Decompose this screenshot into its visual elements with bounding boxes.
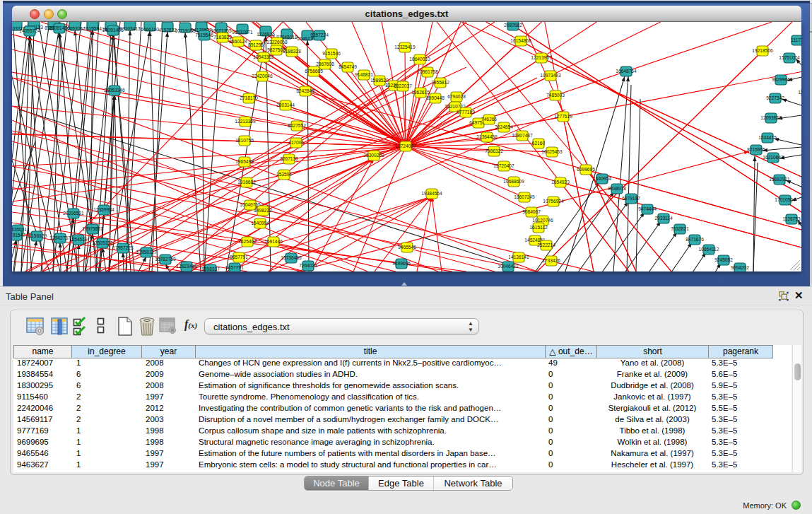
svg-text:9777169: 9777169 — [457, 110, 475, 115]
svg-text:7515546: 7515546 — [195, 33, 213, 37]
svg-text:9084067: 9084067 — [522, 209, 541, 214]
svg-text:10654112: 10654112 — [699, 247, 719, 252]
svg-text:9245052: 9245052 — [714, 257, 733, 262]
svg-text:62160: 62160 — [532, 141, 546, 146]
svg-text:10807487: 10807487 — [512, 133, 533, 138]
svg-text:1640954: 1640954 — [593, 176, 611, 181]
svg-text:10025453: 10025453 — [541, 149, 563, 154]
svg-text:25300203: 25300203 — [363, 153, 384, 158]
svg-text:12213957: 12213957 — [531, 55, 552, 60]
svg-text:13226058: 13226058 — [266, 40, 288, 45]
svg-text:7485003: 7485003 — [546, 93, 565, 98]
svg-text:21364436: 21364436 — [476, 134, 498, 139]
svg-text:20091406: 20091406 — [102, 28, 124, 33]
svg-text:1691446: 1691446 — [264, 239, 283, 244]
svg-text:2867608: 2867608 — [316, 62, 334, 66]
svg-text:8454749: 8454749 — [339, 64, 357, 69]
svg-text:10958127: 10958127 — [136, 250, 157, 255]
svg-text:891295: 891295 — [248, 42, 264, 47]
svg-text:15720407: 15720407 — [493, 163, 514, 168]
svg-text:2718170: 2718170 — [240, 95, 258, 100]
svg-text:7632821: 7632821 — [671, 226, 689, 231]
svg-text:1126753: 1126753 — [782, 216, 801, 221]
svg-text:19384554: 19384554 — [421, 191, 442, 196]
svg-text:9699695: 9699695 — [392, 261, 411, 266]
svg-text:6756685: 6756685 — [305, 69, 323, 74]
svg-text:14136141: 14136141 — [508, 255, 529, 259]
svg-text:9857791: 9857791 — [230, 255, 248, 259]
svg-text:15736485: 15736485 — [281, 255, 302, 260]
svg-text:5322037: 5322037 — [394, 83, 412, 88]
svg-text:3267130: 3267130 — [280, 156, 298, 161]
svg-text:12093827: 12093827 — [760, 115, 782, 120]
svg-text:1733426: 1733426 — [542, 258, 560, 263]
svg-text:2087682: 2087682 — [504, 23, 522, 28]
svg-text:19218506: 19218506 — [752, 48, 773, 53]
svg-text:8427552: 8427552 — [288, 123, 306, 128]
svg-text:20053346: 20053346 — [104, 88, 125, 93]
svg-text:9457791: 9457791 — [225, 265, 244, 270]
svg-text:2803144: 2803144 — [276, 103, 295, 107]
svg-text:12359934: 12359934 — [93, 207, 114, 212]
svg-text:12923446: 12923446 — [176, 264, 197, 269]
svg-text:3498222: 3498222 — [254, 208, 272, 213]
svg-text:1277619: 1277619 — [554, 114, 572, 119]
svg-text:3624554: 3624554 — [495, 124, 513, 129]
svg-text:18724007: 18724007 — [395, 144, 416, 148]
svg-text:1916682: 1916682 — [237, 180, 256, 185]
svg-text:8471676: 8471676 — [686, 237, 704, 242]
svg-text:9329966: 9329966 — [772, 77, 790, 82]
svg-text:9474444: 9474444 — [638, 206, 657, 211]
svg-text:1540994: 1540994 — [251, 221, 269, 226]
svg-text:20091406: 20091406 — [49, 25, 70, 30]
svg-text:11156829: 11156829 — [27, 233, 47, 238]
svg-text:1154519: 1154519 — [69, 237, 88, 242]
svg-text:16648764: 16648764 — [616, 69, 637, 74]
svg-text:5242848: 5242848 — [296, 88, 314, 93]
svg-text:96532871: 96532871 — [232, 30, 253, 35]
svg-text:2391547: 2391547 — [12, 233, 25, 238]
svg-text:18640910: 18640910 — [409, 57, 430, 62]
svg-text:17010504: 17010504 — [775, 197, 796, 202]
svg-text:12213369: 12213369 — [235, 119, 256, 124]
svg-text:16782759: 16782759 — [155, 257, 176, 262]
svg-text:10543362: 10543362 — [253, 54, 274, 59]
svg-text:15751074: 15751074 — [779, 55, 800, 60]
svg-text:20206531: 20206531 — [63, 211, 84, 216]
svg-text:10975857: 10975857 — [82, 226, 103, 231]
svg-text:9357224: 9357224 — [310, 33, 329, 37]
svg-text:9465546: 9465546 — [398, 245, 416, 250]
svg-text:417004: 417004 — [288, 140, 304, 145]
svg-text:9227342: 9227342 — [766, 95, 784, 100]
svg-text:12942737: 12942737 — [49, 235, 71, 240]
svg-text:4192832: 4192832 — [158, 28, 177, 33]
svg-text:1810755: 1810755 — [235, 138, 254, 143]
svg-text:7625402: 7625402 — [238, 239, 257, 244]
svg-text:16210643: 16210643 — [763, 155, 784, 160]
svg-text:18607249: 18607249 — [514, 194, 535, 199]
svg-text:10046422: 10046422 — [498, 264, 519, 269]
svg-text:1615112: 1615112 — [529, 225, 548, 230]
svg-text:12505135: 12505135 — [92, 240, 113, 245]
svg-text:16154808: 16154808 — [510, 38, 531, 43]
svg-text:8990448: 8990448 — [426, 95, 445, 100]
svg-text:8186328: 8186328 — [283, 49, 301, 54]
svg-text:7955812: 7955812 — [431, 80, 449, 85]
svg-text:7264023: 7264023 — [299, 263, 317, 268]
svg-text:1588520: 1588520 — [370, 78, 389, 83]
svg-text:7986322: 7986322 — [485, 148, 503, 153]
svg-text:1362615: 1362615 — [411, 90, 430, 95]
svg-text:10688609: 10688609 — [503, 179, 524, 184]
svg-text:2933114: 2933114 — [654, 216, 673, 221]
svg-text:10973493: 10973493 — [540, 73, 561, 78]
svg-text:1965498: 1965498 — [235, 159, 254, 164]
svg-text:12325419: 12325419 — [394, 45, 416, 49]
svg-text:9151546: 9151546 — [322, 51, 341, 56]
svg-text:8215955: 8215955 — [747, 147, 765, 152]
svg-text:1332546: 1332546 — [798, 90, 801, 95]
svg-text:6794028: 6794028 — [447, 94, 466, 99]
svg-text:15692921: 15692921 — [769, 177, 790, 182]
svg-text:1226916: 1226916 — [257, 32, 275, 37]
svg-text:6879197: 6879197 — [622, 196, 640, 201]
svg-text:9698337: 9698337 — [201, 267, 220, 271]
